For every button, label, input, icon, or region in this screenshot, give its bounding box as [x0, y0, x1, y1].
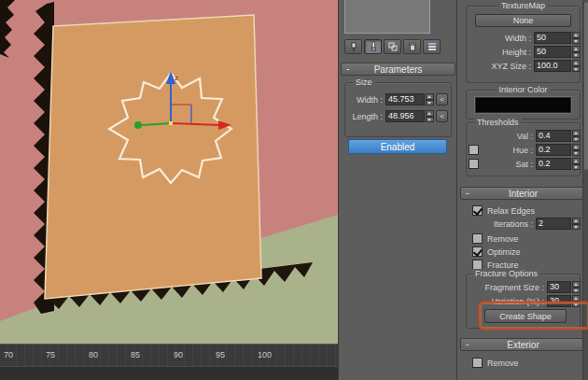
width-label: Width : — [348, 95, 385, 105]
hue-field[interactable]: 0.2 — [536, 144, 571, 156]
relax-edges-checkbox[interactable] — [472, 205, 483, 216]
rollout-title: Interior — [509, 189, 538, 199]
sat-label: Sat : — [479, 160, 536, 169]
tick-label: 95 — [216, 350, 225, 359]
texturemap-none-button[interactable]: None — [475, 14, 571, 27]
width-field[interactable]: 45.753 — [385, 93, 425, 106]
val-spinner[interactable] — [572, 130, 581, 142]
iterations-field[interactable]: 2 — [536, 218, 571, 230]
spinner-down-button[interactable] — [426, 117, 434, 123]
width-row: Width : 45.753 < — [348, 93, 455, 106]
spinner-down-button[interactable] — [572, 224, 581, 231]
panel-scrollbar-thumb[interactable] — [584, 2, 588, 170]
collapse-icon[interactable]: - — [466, 339, 469, 350]
relax-edges-label: Relax Edges — [487, 206, 535, 216]
show-end-result-icon — [368, 41, 379, 52]
fragment-size-field[interactable]: 30 — [547, 281, 571, 293]
fracture-label: Fracture — [487, 260, 519, 270]
gizmo-z-label: z — [175, 74, 178, 82]
variation-field[interactable]: 30 — [547, 295, 571, 307]
modifier-stack-toolbar — [344, 39, 441, 54]
enabled-button[interactable]: Enabled — [348, 139, 447, 154]
pin-stack-button[interactable] — [344, 39, 362, 54]
exterior-rollout-header[interactable]: - Exterior — [460, 338, 586, 351]
exterior-remove-checkbox[interactable] — [472, 358, 483, 368]
plane-object[interactable] — [45, 15, 261, 299]
length-sync-button[interactable]: < — [436, 110, 448, 122]
interior-rollout-header[interactable]: - Interior — [460, 187, 586, 200]
spinner-down-button[interactable] — [572, 288, 581, 294]
spinner-down-button[interactable] — [572, 38, 581, 45]
optimize-checkbox[interactable] — [472, 246, 483, 257]
gizmo-y-handle[interactable] — [134, 121, 142, 129]
spinner-down-button[interactable] — [426, 100, 434, 106]
optimize-row: Optimize — [472, 246, 521, 258]
variation-row: Variation (%) : 30 — [469, 295, 581, 307]
sat-field[interactable]: 0.2 — [536, 158, 571, 170]
exterior-remove-row: Remove — [472, 357, 519, 369]
configure-modifier-sets-button[interactable] — [423, 39, 441, 54]
fragment-size-row: Fragment Size : 30 — [469, 281, 581, 293]
configure-modifier-sets-icon — [427, 41, 438, 52]
make-unique-icon — [387, 41, 399, 52]
parameters-rollout-header[interactable]: - Parameters — [341, 63, 455, 76]
iterations-row: Iterations : 2 — [469, 218, 581, 230]
tick-label: 100 — [258, 350, 272, 359]
texturemap-group-label: TextureMap — [498, 1, 548, 11]
interior-remove-label: Remove — [487, 234, 519, 244]
fragment-size-label: Fragment Size : — [469, 283, 547, 292]
spinner-down-button[interactable] — [572, 302, 581, 308]
hue-spinner[interactable] — [572, 144, 581, 156]
spinner-down-button[interactable] — [572, 136, 581, 143]
tick-label: 90 — [174, 350, 183, 359]
length-spinner[interactable] — [426, 110, 434, 122]
spinner-down-button[interactable] — [572, 164, 581, 171]
spinner-down-button[interactable] — [572, 52, 581, 59]
viewport[interactable]: z — [0, 0, 338, 344]
fractured-corner — [0, 0, 15, 58]
panel-scrollbar[interactable] — [582, 0, 588, 380]
texture-height-field[interactable]: 50 — [534, 46, 571, 58]
texture-height-spinner[interactable] — [572, 46, 581, 58]
exterior-remove-label: Remove — [487, 359, 519, 368]
iterations-spinner[interactable] — [572, 218, 581, 230]
xyz-size-row: XYZ Size : 100.0 — [469, 60, 581, 72]
modifier-panel: - Parameters Size Width : 45.753 < Lengt… — [338, 0, 456, 380]
optimize-label: Optimize — [487, 247, 521, 257]
pin-stack-icon — [348, 41, 359, 52]
timeline-trackbar[interactable]: 70 75 80 85 90 95 100 — [0, 344, 338, 380]
spinner-down-button[interactable] — [572, 66, 581, 73]
interior-color-swatch[interactable] — [475, 97, 571, 113]
texture-width-spinner[interactable] — [572, 32, 581, 44]
width-spinner[interactable] — [426, 93, 434, 106]
make-unique-button[interactable] — [384, 39, 401, 54]
variation-spinner[interactable] — [572, 295, 581, 307]
remove-modifier-button[interactable] — [403, 39, 421, 54]
sat-checkbox[interactable] — [469, 159, 479, 169]
sat-spinner[interactable] — [572, 158, 581, 170]
texture-width-field[interactable]: 50 — [534, 32, 571, 44]
val-field[interactable]: 0.4 — [536, 130, 571, 142]
length-label: Length : — [348, 112, 385, 121]
length-field[interactable]: 48.956 — [385, 110, 425, 122]
tick-label: 75 — [46, 350, 55, 359]
collapse-icon[interactable]: - — [346, 63, 349, 75]
timeline-ruler[interactable]: 70 75 80 85 90 95 100 — [0, 345, 338, 366]
width-sync-button[interactable]: < — [436, 93, 448, 106]
modifier-stack-list[interactable] — [344, 0, 430, 34]
gizmo-center[interactable] — [169, 121, 173, 125]
interior-remove-row: Remove — [472, 232, 519, 245]
show-end-result-button[interactable] — [364, 39, 382, 54]
hue-checkbox[interactable] — [469, 145, 479, 155]
xyz-size-spinner[interactable] — [572, 60, 581, 72]
spinner-down-button[interactable] — [572, 150, 581, 157]
fragment-size-spinner[interactable] — [572, 281, 581, 293]
interior-remove-checkbox[interactable] — [472, 233, 483, 244]
val-row: Val : 0.4 — [469, 130, 581, 142]
xyz-size-field[interactable]: 100.0 — [534, 60, 571, 72]
rollout-title: Parameters — [374, 64, 423, 75]
collapse-icon[interactable]: - — [466, 188, 469, 199]
texture-height-label: Height : — [469, 48, 534, 57]
create-shape-button[interactable]: Create Shape — [484, 309, 567, 323]
trackbar-lower-strip — [0, 366, 338, 380]
